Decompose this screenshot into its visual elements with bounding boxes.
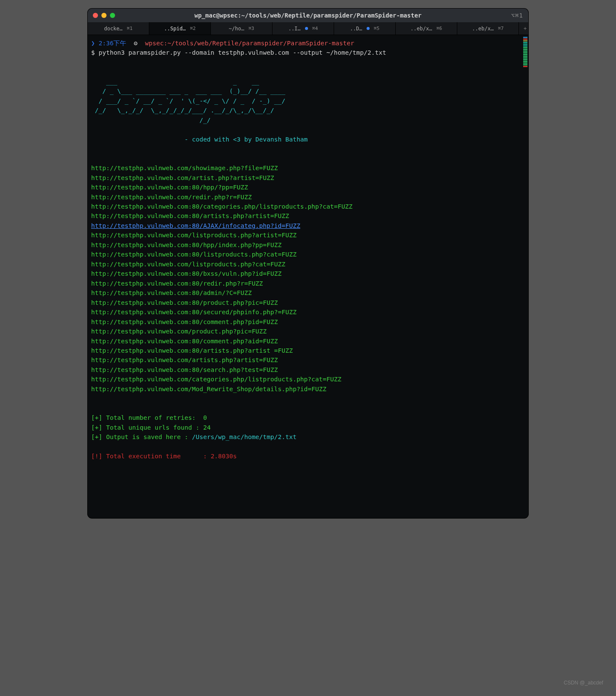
tab[interactable]: ..Spid…⌘2 [149, 22, 211, 35]
tab-shortcut: ⌘3 [249, 26, 254, 31]
url-line: http://testphp.vulnweb.com/product.php?p… [91, 328, 267, 335]
tab-label: ..I… [288, 26, 301, 32]
unsaved-dot-icon [367, 27, 370, 30]
url-line: http://testphp.vulnweb.com:80/redir.php?… [91, 280, 263, 287]
url-line: http://testphp.vulnweb.com/listproducts.… [91, 261, 285, 268]
tab-label: ..D… [350, 26, 362, 32]
tab-shortcut: ⌘2 [190, 26, 195, 31]
summary-urls: [+] Total unique urls found : 24 [91, 424, 210, 431]
tab-label: ~/ho… [229, 26, 244, 32]
url-line: http://testphp.vulnweb.com/artist.php?ar… [91, 174, 274, 181]
terminal-window: wp_mac@wpsec:~/tools/web/Reptile/paramsp… [88, 9, 528, 518]
summary-output: [+] Output is saved here : /Users/wp_mac… [91, 434, 296, 440]
tab[interactable]: ..I…⌘4 [272, 22, 334, 35]
minimap [523, 35, 527, 518]
titlebar-shortcut: ⌥⌘1 [511, 12, 523, 19]
new-tab-button[interactable]: + [519, 22, 528, 35]
traffic-lights [93, 13, 115, 18]
url-line: http://testphp.vulnweb.com:80/hpp/index.… [91, 242, 281, 248]
zoom-icon[interactable] [110, 13, 115, 18]
summary-exectime: [!] Total execution time : 2.8030s [91, 453, 237, 460]
tab-shortcut: ⌘6 [436, 26, 442, 31]
tab[interactable]: ~/ho…⌘3 [211, 22, 272, 35]
titlebar: wp_mac@wpsec:~/tools/web/Reptile/paramsp… [88, 9, 528, 22]
prompt-path: wpsec:~/tools/web/Reptile/paramspider/Pa… [145, 40, 354, 47]
url-line: http://testphp.vulnweb.com:80/artists.ph… [91, 347, 293, 354]
tab-shortcut: ⌘1 [127, 26, 133, 31]
window-title: wp_mac@wpsec:~/tools/web/Reptile/paramsp… [88, 12, 528, 19]
url-line: http://testphp.vulnweb.com/Mod_Rewrite_S… [91, 386, 326, 392]
tab-bar: docke…⌘1..Spid…⌘2~/ho…⌘3..I…⌘4..D…⌘5..eb… [88, 22, 528, 35]
terminal-body[interactable]: ❯ 2:36下午 ⚙ wpsec:~/tools/web/Reptile/par… [88, 35, 528, 518]
url-line: http://testphp.vulnweb.com:80/comment.ph… [91, 338, 278, 345]
prompt-symbol: $ [91, 49, 95, 56]
ascii-credit: - coded with <3 by Devansh Batham [91, 136, 308, 143]
url-line[interactable]: http://testphp.vulnweb.com:80/AJAX/infoc… [91, 222, 300, 229]
url-line: http://testphp.vulnweb.com:80/categories… [91, 203, 352, 210]
url-line: http://testphp.vulnweb.com:80/secured/ph… [91, 309, 296, 316]
tab-shortcut: ⌘4 [312, 26, 318, 31]
url-list: http://testphp.vulnweb.com/showimage.php… [91, 165, 352, 392]
url-line: http://testphp.vulnweb.com:80/admin/?C=F… [91, 289, 252, 296]
prompt-glyph: ⚙ [126, 40, 145, 47]
url-line: http://testphp.vulnweb.com:80/comment.ph… [91, 319, 278, 325]
url-line: http://testphp.vulnweb.com:80/artists.ph… [91, 212, 289, 219]
url-line: http://testphp.vulnweb.com:80/bxss/vuln.… [91, 270, 281, 277]
ascii-banner: ___ _ __ / _ \___ ________ ___ _ ___ ___… [91, 78, 289, 124]
summary-retries: [+] Total number of retries: 0 [91, 414, 207, 421]
tab-label: ..eb/x… [472, 26, 494, 32]
url-line: http://testphp.vulnweb.com:80/search.php… [91, 366, 278, 373]
tab[interactable]: ..D…⌘5 [334, 22, 396, 35]
prompt-time: 2:36下午 [98, 40, 126, 47]
tab[interactable]: ..eb/x…⌘6 [396, 22, 457, 35]
prompt-arrow: ❯ [91, 40, 98, 47]
url-line: http://testphp.vulnweb.com:80/hpp/?pp=FU… [91, 184, 248, 191]
unsaved-dot-icon [305, 27, 308, 30]
minimize-icon[interactable] [101, 13, 107, 18]
url-line: http://testphp.vulnweb.com/redir.php?r=F… [91, 194, 252, 201]
tab-shortcut: ⌘7 [498, 26, 503, 31]
close-icon[interactable] [93, 13, 98, 18]
url-line: http://testphp.vulnweb.com/showimage.php… [91, 165, 278, 171]
tab-label: docke… [104, 26, 122, 32]
url-line: http://testphp.vulnweb.com:80/product.ph… [91, 299, 278, 306]
tab-label: ..Spid… [164, 26, 186, 32]
command-text: python3 paramspider.py --domain testphp.… [98, 49, 386, 56]
url-line: http://testphp.vulnweb.com/artists.php?a… [91, 357, 278, 363]
tab[interactable]: docke…⌘1 [88, 22, 149, 35]
tab-shortcut: ⌘5 [374, 26, 379, 31]
tab[interactable]: ..eb/x…⌘7 [457, 22, 519, 35]
url-line: http://testphp.vulnweb.com:80/listproduc… [91, 251, 296, 258]
url-line: http://testphp.vulnweb.com/categories.ph… [91, 376, 341, 383]
tab-label: ..eb/x… [411, 26, 432, 32]
url-line: http://testphp.vulnweb.com/listproducts.… [91, 232, 296, 239]
